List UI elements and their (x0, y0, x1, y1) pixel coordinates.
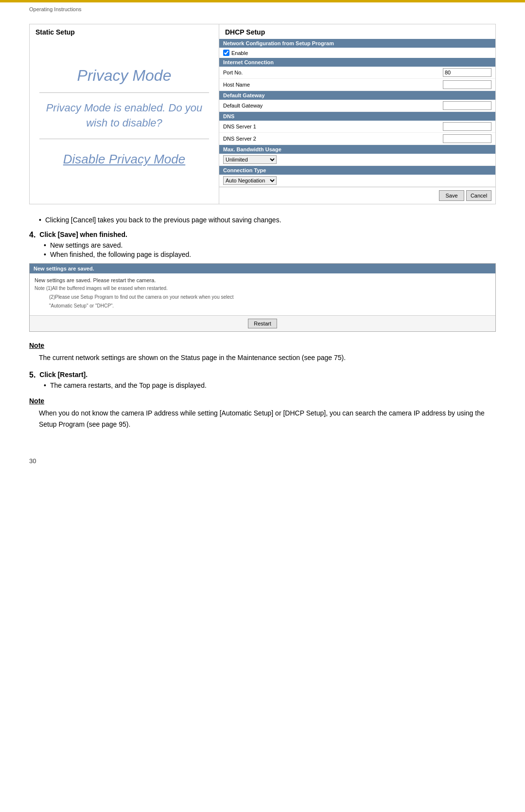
new-settings-body: New settings are saved. Please restart t… (30, 273, 495, 315)
dhcp-footer: Save Cancel (219, 187, 495, 204)
note1-title: Note (29, 342, 496, 349)
new-settings-header: New settings are saved. (30, 264, 495, 273)
connection-type-header: Connection Type (219, 166, 495, 175)
default-gateway-header: Default Gateway (219, 91, 495, 100)
enable-checkbox[interactable] (223, 50, 229, 56)
cancel-note-item: • Clicking [Cancel] takes you back to th… (39, 216, 496, 224)
new-settings-line1: New settings are saved. Please restart t… (35, 277, 490, 283)
step5-text: Click [Restart]. (39, 371, 88, 379)
default-gateway-label: Default Gateway (223, 103, 443, 108)
note2-section: Note When you do not know the camera IP … (29, 397, 496, 430)
port-no-row: Port No. (219, 67, 495, 79)
cancel-note-text: Clicking [Cancel] takes you back to the … (45, 216, 281, 224)
note2-body: When you do not know the camera IP addre… (39, 408, 496, 430)
step4-sub1-text: New settings are saved. (50, 241, 122, 249)
cancel-button[interactable]: Cancel (466, 190, 491, 201)
header-label: Operating Instructions (0, 2, 525, 14)
main-content: Static Setup Privacy Mode Privacy Mode i… (0, 14, 525, 457)
sub-bullet-dot3: • (44, 381, 46, 389)
new-settings-box: New settings are saved. New settings are… (29, 263, 496, 332)
port-no-label: Port No. (223, 70, 443, 75)
step5-sub-bullets: • The camera restarts, and the Top page … (44, 381, 496, 389)
connection-type-select[interactable]: Auto Negotiation (223, 176, 277, 185)
dns-server1-row: DNS Server 1 (219, 121, 495, 133)
panel-right: DHCP Setup Network Configuration from Se… (219, 24, 495, 204)
step4-sub2: • When finished, the following page is d… (44, 251, 496, 258)
bullet-dot: • (39, 216, 41, 224)
note2-title: Note (29, 397, 496, 405)
bandwidth-select[interactable]: Unlimited (223, 155, 277, 164)
screenshot-area: Static Setup Privacy Mode Privacy Mode i… (29, 24, 496, 204)
cancel-note-section: • Clicking [Cancel] takes you back to th… (39, 216, 496, 224)
host-name-input[interactable] (443, 80, 491, 89)
default-gateway-input[interactable] (443, 101, 491, 110)
privacy-mode-content: Privacy Mode Privacy Mode is enabled. Do… (30, 39, 219, 195)
step4-sub1: • New settings are saved. (44, 241, 496, 249)
bandwidth-row: Unlimited (219, 154, 495, 166)
dhcp-setup-title: DHCP Setup (219, 24, 495, 39)
sub-bullet-dot1: • (44, 241, 46, 249)
step5-sub1-text: The camera restarts, and the Top page is… (50, 381, 207, 389)
note1-section: Note The current network settings are sh… (29, 342, 496, 363)
dns-server2-row: DNS Server 2 (219, 133, 495, 145)
enable-row: Enable (219, 48, 495, 58)
host-name-label: Host Name (223, 82, 443, 88)
step4-num: 4. (29, 231, 35, 239)
max-bandwidth-header: Max. Bandwidth Usage (219, 145, 495, 154)
restart-button[interactable]: Restart (248, 319, 277, 328)
new-settings-note1: Note (1)All the buffered images will be … (35, 285, 490, 292)
step4-sub2-text: When finished, the following page is dis… (50, 251, 191, 258)
port-no-input[interactable] (443, 68, 491, 77)
step5-num: 5. (29, 371, 35, 379)
dns-header: DNS (219, 112, 495, 121)
note1-body: The current network settings are shown o… (39, 352, 496, 363)
new-settings-note3: "Automatic Setup" or "DHCP". (49, 303, 490, 309)
internet-connection-header: Internet Connection (219, 58, 495, 67)
step4-text: Click [Save] when finished. (39, 231, 127, 239)
dns-server2-input[interactable] (443, 134, 491, 143)
panel-left: Static Setup Privacy Mode Privacy Mode i… (30, 24, 219, 204)
new-settings-footer: Restart (30, 315, 495, 331)
sub-bullet-dot2: • (44, 251, 46, 258)
step5-sub1: • The camera restarts, and the Top page … (44, 381, 496, 389)
static-setup-title: Static Setup (30, 24, 219, 39)
save-button[interactable]: Save (439, 190, 464, 201)
page-number: 30 (29, 457, 36, 465)
privacy-mode-title: Privacy Mode (39, 67, 209, 93)
enable-label: Enable (231, 50, 248, 56)
privacy-mode-disable[interactable]: Disable Privacy Mode (39, 152, 209, 167)
step4-item: 4. Click [Save] when finished. (29, 231, 496, 239)
default-gateway-row: Default Gateway (219, 100, 495, 112)
privacy-mode-message: Privacy Mode is enabled. Do you wish to … (39, 101, 209, 139)
step5-item: 5. Click [Restart]. (29, 371, 496, 379)
dns-server2-label: DNS Server 2 (223, 136, 443, 142)
network-config-header: Network Configuration from Setup Program (219, 39, 495, 48)
dns-server1-input[interactable] (443, 122, 491, 131)
host-name-row: Host Name (219, 79, 495, 91)
connection-type-row: Auto Negotiation (219, 175, 495, 187)
new-settings-note2: (2)Please use Setup Program to find out … (49, 294, 490, 301)
dns-server1-label: DNS Server 1 (223, 124, 443, 129)
step4-sub-bullets: • New settings are saved. • When finishe… (44, 241, 496, 258)
